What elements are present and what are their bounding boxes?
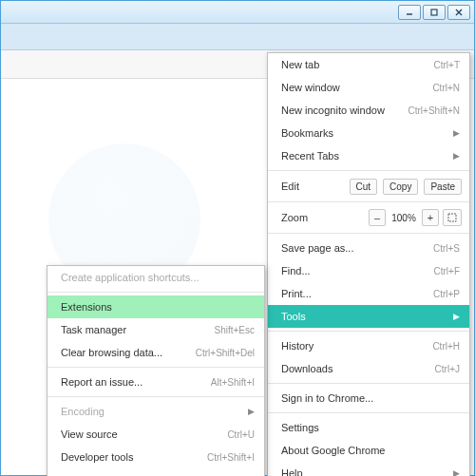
menu-settings[interactable]: Settings bbox=[268, 416, 469, 439]
menu-new-incognito[interactable]: New incognito windowCtrl+Shift+N bbox=[268, 99, 469, 122]
zoom-value: 100% bbox=[390, 213, 418, 223]
menu-label: Sign in to Chrome... bbox=[281, 392, 460, 404]
menu-print[interactable]: Print...Ctrl+P bbox=[268, 282, 469, 305]
menu-label: New tab bbox=[281, 59, 425, 70]
menu-separator bbox=[48, 396, 264, 397]
menu-separator bbox=[48, 367, 264, 368]
menu-shortcut: Ctrl+P bbox=[433, 289, 460, 299]
submenu-report-issue[interactable]: Report an issue...Alt+Shift+I bbox=[48, 371, 264, 393]
submenu-extensions[interactable]: Extensions bbox=[48, 295, 264, 318]
chevron-right-icon: ▶ bbox=[453, 312, 460, 321]
menu-new-tab[interactable]: New tabCtrl+T bbox=[268, 53, 469, 76]
chrome-main-menu: New tabCtrl+T New windowCtrl+N New incog… bbox=[267, 52, 470, 476]
chevron-right-icon: ▶ bbox=[453, 128, 460, 138]
browser-window: New tabCtrl+T New windowCtrl+N New incog… bbox=[0, 0, 475, 476]
paste-button[interactable]: Paste bbox=[424, 179, 462, 195]
menu-find[interactable]: Find...Ctrl+F bbox=[268, 259, 469, 282]
svg-rect-4 bbox=[448, 214, 456, 221]
menu-shortcut: Ctrl+F bbox=[434, 266, 461, 276]
menu-label: Create application shortcuts... bbox=[61, 272, 255, 283]
submenu-create-shortcuts: Create application shortcuts... bbox=[48, 266, 264, 289]
chevron-right-icon: ▶ bbox=[453, 468, 460, 476]
submenu-js-console[interactable]: JavaScript consoleCtrl+Shift+J bbox=[48, 468, 264, 476]
menu-downloads[interactable]: DownloadsCtrl+J bbox=[268, 357, 469, 380]
tab-strip[interactable] bbox=[1, 24, 474, 50]
menu-shortcut: Ctrl+Shift+N bbox=[408, 105, 460, 116]
menu-label: Tools bbox=[281, 311, 447, 322]
menu-label: Settings bbox=[281, 422, 460, 433]
menu-separator bbox=[268, 412, 469, 413]
fullscreen-button[interactable] bbox=[443, 209, 462, 226]
menu-label: New window bbox=[281, 82, 423, 93]
menu-label: New incognito window bbox=[281, 105, 399, 116]
chevron-right-icon: ▶ bbox=[453, 151, 460, 161]
menu-shortcut: Shift+Esc bbox=[214, 325, 255, 335]
tools-submenu: Create application shortcuts... Extensio… bbox=[47, 265, 265, 476]
menu-shortcut: Ctrl+H bbox=[432, 341, 460, 352]
menu-label: Developer tools bbox=[61, 451, 198, 463]
fullscreen-icon bbox=[447, 213, 457, 222]
menu-label: Print... bbox=[281, 288, 424, 299]
menu-recent-tabs[interactable]: Recent Tabs▶ bbox=[268, 144, 469, 167]
menu-bookmarks[interactable]: Bookmarks▶ bbox=[268, 122, 469, 144]
menu-label: View source bbox=[61, 428, 218, 440]
menu-history[interactable]: HistoryCtrl+H bbox=[268, 334, 469, 357]
submenu-encoding[interactable]: Encoding▶ bbox=[48, 400, 264, 423]
menu-sign-in[interactable]: Sign in to Chrome... bbox=[268, 387, 469, 409]
menu-label: Task manager bbox=[61, 324, 204, 335]
menu-label: Report an issue... bbox=[61, 376, 201, 388]
menu-label: Help bbox=[281, 467, 447, 476]
menu-label: Save page as... bbox=[281, 242, 424, 254]
menu-separator bbox=[268, 233, 469, 234]
menu-help[interactable]: Help▶ bbox=[268, 462, 469, 476]
submenu-clear-data[interactable]: Clear browsing data...Ctrl+Shift+Del bbox=[48, 341, 264, 364]
menu-label: Clear browsing data... bbox=[61, 347, 186, 358]
titlebar bbox=[1, 1, 474, 24]
menu-new-window[interactable]: New windowCtrl+N bbox=[268, 76, 469, 99]
chevron-right-icon: ▶ bbox=[248, 407, 255, 416]
menu-label: Encoding bbox=[61, 406, 242, 417]
menu-label: History bbox=[281, 340, 423, 352]
submenu-task-manager[interactable]: Task managerShift+Esc bbox=[48, 318, 264, 341]
menu-label: Recent Tabs bbox=[281, 150, 447, 162]
menu-label: Bookmarks bbox=[281, 127, 447, 139]
menu-shortcut: Ctrl+S bbox=[433, 243, 460, 254]
menu-shortcut: Ctrl+T bbox=[434, 60, 461, 70]
menu-about[interactable]: About Google Chrome bbox=[268, 439, 469, 462]
menu-shortcut: Ctrl+U bbox=[227, 429, 255, 440]
menu-tools[interactable]: Tools▶ bbox=[268, 305, 469, 328]
cut-button[interactable]: Cut bbox=[350, 179, 378, 195]
menu-edit-row: Edit Cut Copy Paste bbox=[268, 174, 469, 199]
menu-shortcut: Ctrl+J bbox=[435, 364, 460, 374]
submenu-dev-tools[interactable]: Developer toolsCtrl+Shift+I bbox=[48, 446, 264, 468]
menu-separator bbox=[48, 292, 264, 293]
menu-label: Edit bbox=[281, 181, 344, 192]
submenu-view-source[interactable]: View sourceCtrl+U bbox=[48, 423, 264, 446]
menu-label: Find... bbox=[281, 265, 425, 276]
maximize-button[interactable] bbox=[423, 5, 446, 20]
menu-shortcut: Alt+Shift+I bbox=[211, 377, 255, 388]
menu-shortcut: Ctrl+Shift+Del bbox=[196, 348, 255, 358]
menu-zoom-row: Zoom – 100% + bbox=[268, 205, 469, 230]
menu-shortcut: Ctrl+N bbox=[432, 83, 460, 93]
zoom-in-button[interactable]: + bbox=[422, 209, 439, 226]
svg-rect-1 bbox=[431, 10, 437, 15]
menu-separator bbox=[268, 170, 469, 171]
menu-shortcut: Ctrl+Shift+I bbox=[207, 452, 255, 463]
menu-separator bbox=[268, 201, 469, 202]
zoom-out-button[interactable]: – bbox=[369, 209, 386, 226]
menu-save-as[interactable]: Save page as...Ctrl+S bbox=[268, 237, 469, 259]
menu-separator bbox=[268, 383, 469, 384]
menu-label: About Google Chrome bbox=[281, 445, 460, 456]
minimize-button[interactable] bbox=[398, 5, 421, 20]
menu-label: Downloads bbox=[281, 363, 426, 374]
close-button[interactable] bbox=[447, 5, 470, 20]
copy-button[interactable]: Copy bbox=[383, 179, 418, 195]
menu-label: Zoom bbox=[281, 212, 365, 223]
menu-separator bbox=[268, 331, 469, 332]
menu-label: Extensions bbox=[61, 301, 255, 313]
